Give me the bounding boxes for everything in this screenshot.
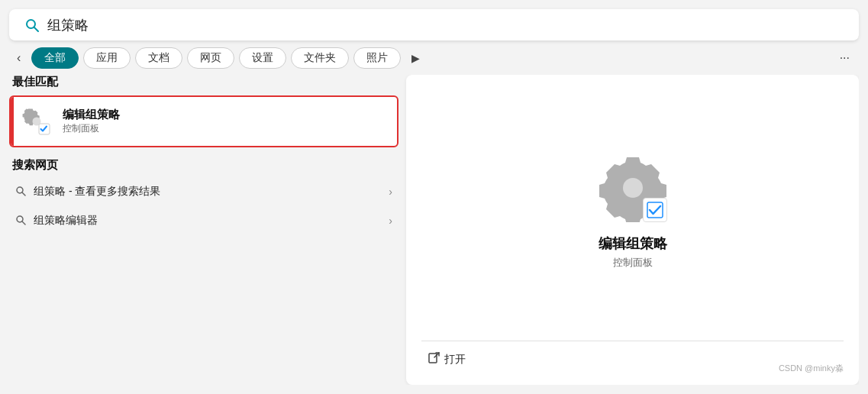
tab-apps[interactable]: 应用 [83, 47, 131, 69]
open-button[interactable]: 打开 [421, 349, 472, 370]
tab-folders[interactable]: 文件夹 [291, 47, 349, 69]
web-search-icon-1 [15, 215, 26, 228]
tab-docs[interactable]: 文档 [135, 47, 182, 69]
right-panel: 编辑组策略 控制面板 打开 CSDN @minky淼 [406, 75, 859, 385]
web-section-title: 搜索网页 [9, 158, 399, 173]
svg-line-1 [34, 27, 39, 31]
web-item-text-1: 组策略编辑器 [34, 214, 98, 228]
best-match-app-subtitle: 控制面板 [63, 122, 120, 135]
tab-web[interactable]: 网页 [187, 47, 234, 69]
best-match-icon [21, 106, 52, 137]
main-content: 最佳匹配 编辑组策略 控 [9, 75, 859, 385]
web-item-1[interactable]: 组策略编辑器 › [9, 206, 399, 235]
tab-photos[interactable]: 照片 [353, 47, 401, 69]
tab-settings[interactable]: 设置 [239, 47, 286, 69]
best-match-title: 最佳匹配 [9, 75, 399, 89]
watermark: CSDN @minky淼 [779, 363, 844, 374]
app-icon-large [599, 153, 667, 222]
svg-point-8 [623, 178, 643, 198]
search-input[interactable]: 组策略 [47, 17, 844, 33]
detail-app-title: 编辑组策略 [599, 234, 667, 253]
search-bar: 组策略 [9, 9, 859, 41]
play-button[interactable]: ▶ [405, 49, 426, 67]
checkmark-badge [643, 198, 667, 222]
filter-bar: ‹ 全部 应用 文档 网页 设置 文件夹 照片 ▶ ··· [0, 41, 868, 75]
more-button[interactable]: ··· [832, 48, 857, 68]
web-item-arrow-0: › [389, 186, 392, 198]
svg-line-7 [22, 221, 25, 224]
best-match-app-title: 编辑组策略 [63, 108, 120, 122]
search-icon [24, 18, 40, 33]
svg-rect-10 [429, 354, 437, 363]
open-icon [428, 352, 440, 367]
tab-all[interactable]: 全部 [31, 47, 79, 69]
left-panel: 最佳匹配 编辑组策略 控 [9, 75, 406, 385]
best-match-text: 编辑组策略 控制面板 [63, 108, 120, 135]
back-button[interactable]: ‹ [11, 48, 27, 68]
web-item-arrow-1: › [389, 215, 392, 227]
web-item-text-0: 组策略 - 查看更多搜索结果 [34, 185, 160, 199]
right-divider [421, 341, 844, 341]
web-search-icon-0 [15, 186, 26, 199]
detail-app-subtitle: 控制面板 [613, 256, 653, 270]
svg-line-5 [22, 192, 25, 195]
right-icon-area: 编辑组策略 控制面板 [599, 98, 667, 333]
best-match-item[interactable]: 编辑组策略 控制面板 [9, 95, 399, 147]
web-item-0[interactable]: 组策略 - 查看更多搜索结果 › [9, 177, 399, 206]
open-label: 打开 [444, 353, 466, 367]
